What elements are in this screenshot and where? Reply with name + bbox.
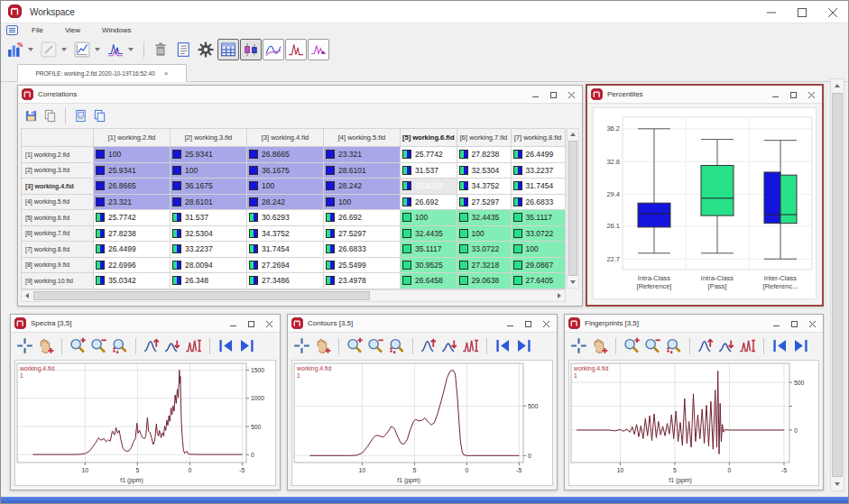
correlation-cell[interactable]: 100	[511, 242, 565, 258]
correlation-cell[interactable]: 32.4435	[457, 210, 511, 226]
zoom-reset-button[interactable]	[386, 335, 407, 356]
minimize-button[interactable]	[766, 87, 784, 103]
correlation-cell[interactable]: 100	[171, 162, 247, 179]
column-header[interactable]: [6] working.7.fid	[457, 129, 511, 147]
peak-up-button[interactable]	[419, 335, 439, 356]
zoom-reset-button[interactable]	[109, 335, 130, 356]
correlation-cell[interactable]: 23.321	[324, 147, 401, 163]
correlation-cell[interactable]: 27.2694	[247, 257, 324, 273]
pan-hand-button[interactable]	[312, 335, 333, 356]
correlation-cell[interactable]: 25.5499	[324, 257, 401, 273]
column-header[interactable]: [5] working.6.fid	[401, 129, 457, 147]
correlation-cell[interactable]: 26.6833	[324, 242, 401, 258]
edit-tool-button[interactable]	[38, 39, 60, 60]
tab-close-icon[interactable]: ×	[164, 69, 169, 78]
report-button[interactable]	[172, 39, 194, 60]
column-header[interactable]: [7] working.8.fid	[511, 129, 565, 147]
correlation-cell[interactable]: 36.1675	[171, 179, 247, 195]
profiles-chart-button[interactable]: %	[5, 39, 26, 60]
close-button[interactable]	[802, 87, 820, 103]
correlation-cell[interactable]: 23.321	[94, 194, 171, 210]
peak-down-button[interactable]	[162, 335, 183, 356]
minimize-button[interactable]	[756, 1, 787, 23]
plot-area[interactable]: 50001050-5f1 (ppm)working.4.fid1	[291, 360, 553, 486]
dropdown-arrow-icon[interactable]	[28, 48, 33, 51]
row-header[interactable]: [5] working.6.fid	[22, 210, 94, 226]
crosshair-button[interactable]	[291, 335, 312, 356]
maximize-button[interactable]	[787, 1, 817, 23]
plot-titlebar[interactable]: Contours [3,5]	[288, 315, 557, 333]
dropdown-arrow-icon[interactable]	[95, 48, 100, 51]
correlation-cell[interactable]: 35.1117	[401, 242, 457, 258]
toggle-spectra-button[interactable]	[263, 39, 284, 60]
zoom-in-button[interactable]	[68, 335, 88, 356]
plot-titlebar[interactable]: Fingerprints [3,5]	[565, 315, 823, 333]
copy-button[interactable]	[41, 106, 59, 124]
plot-titlebar[interactable]: Spectra [3,5]	[11, 315, 280, 333]
close-button[interactable]	[537, 316, 555, 332]
correlation-cell[interactable]: 34.3752	[247, 225, 324, 242]
close-button[interactable]	[562, 87, 580, 103]
menu-hamburger-icon[interactable]	[6, 25, 18, 35]
maximize-button[interactable]	[544, 87, 562, 103]
column-header[interactable]: [1] working.2.fid	[94, 129, 171, 147]
correlation-cell[interactable]: 34.3752	[457, 179, 511, 195]
correlations-hscrollbar[interactable]	[21, 289, 566, 302]
menu-windows[interactable]: Windows	[99, 25, 134, 35]
correlation-cell[interactable]: 31.7454	[511, 179, 565, 195]
dropdown-arrow-icon[interactable]	[128, 48, 134, 51]
correlation-cell[interactable]: 100	[324, 194, 401, 210]
menu-view[interactable]: View	[62, 25, 83, 35]
tab-profile[interactable]: PROFILE: working.2.fid 2020-10-19T16:52:…	[17, 64, 187, 82]
dropdown-arrow-icon[interactable]	[61, 48, 67, 51]
correlation-cell[interactable]: 26.692	[401, 194, 457, 210]
crosshair-button[interactable]	[14, 335, 35, 356]
correlation-cell[interactable]: 100	[94, 147, 171, 163]
correlation-cell[interactable]: 32.4435	[401, 225, 457, 242]
zoom-reset-button[interactable]	[663, 335, 684, 356]
correlation-cell[interactable]: 28.0094	[171, 257, 247, 273]
correlation-cell[interactable]: 100	[401, 210, 457, 226]
correlation-cell[interactable]: 26.6458	[401, 273, 457, 289]
correlation-cell[interactable]: 26.8665	[247, 147, 324, 163]
correlation-cell[interactable]: 100	[247, 179, 324, 195]
correlation-cell[interactable]: 31.537	[171, 210, 247, 226]
correlation-cell[interactable]: 28.242	[324, 179, 401, 195]
correlation-cell[interactable]: 25.7742	[401, 147, 457, 163]
plot-area[interactable]: 50001050-5f1 (ppm)working.4.fid1	[568, 360, 819, 486]
minimize-button[interactable]	[501, 316, 519, 332]
menu-file[interactable]: File	[29, 25, 46, 35]
correlation-cell[interactable]: 26.4499	[511, 147, 565, 163]
correlations-vscrollbar[interactable]	[567, 128, 579, 289]
maximize-button[interactable]	[242, 316, 260, 332]
correlation-cell[interactable]: 26.8665	[94, 179, 171, 195]
workspace-vscrollbar[interactable]	[830, 78, 844, 491]
peak-up-button[interactable]	[696, 335, 716, 356]
correlation-cell[interactable]: 23.4978	[324, 273, 401, 289]
correlation-cell[interactable]: 27.8238	[94, 225, 171, 242]
correlation-cell[interactable]: 33.2237	[171, 242, 247, 258]
peak-down-button[interactable]	[439, 335, 460, 356]
regression-plot-button[interactable]	[71, 39, 93, 60]
row-header[interactable]: [8] working.9.fid	[22, 257, 94, 273]
correlation-cell[interactable]: 26.4499	[94, 242, 171, 258]
correlation-cell[interactable]: 26.6833	[511, 194, 565, 210]
column-header[interactable]: [4] working.5.fid	[324, 129, 401, 147]
pan-hand-button[interactable]	[35, 335, 56, 356]
full-range-button[interactable]	[183, 335, 204, 356]
correlation-cell[interactable]: 28.6101	[324, 162, 401, 179]
row-header[interactable]: [6] working.7.fid	[22, 225, 94, 242]
correlation-cell[interactable]: 30.6293	[401, 179, 457, 195]
prev-button[interactable]	[770, 335, 790, 356]
row-header[interactable]: [4] working.5.fid	[22, 194, 94, 210]
row-header[interactable]: [2] working.3.fid	[22, 162, 94, 179]
pan-hand-button[interactable]	[589, 335, 610, 356]
settings-button[interactable]	[195, 39, 217, 60]
correlation-cell[interactable]: 29.0867	[511, 257, 565, 273]
correlation-cell[interactable]: 29.0638	[457, 273, 511, 289]
correlation-cell[interactable]: 36.1675	[247, 162, 324, 179]
correlation-cell[interactable]: 25.7742	[94, 210, 171, 226]
correlation-cell[interactable]: 35.0342	[94, 273, 171, 289]
percentiles-titlebar[interactable]: Percentiles	[587, 86, 822, 104]
correlation-cell[interactable]: 26.348	[171, 273, 247, 289]
